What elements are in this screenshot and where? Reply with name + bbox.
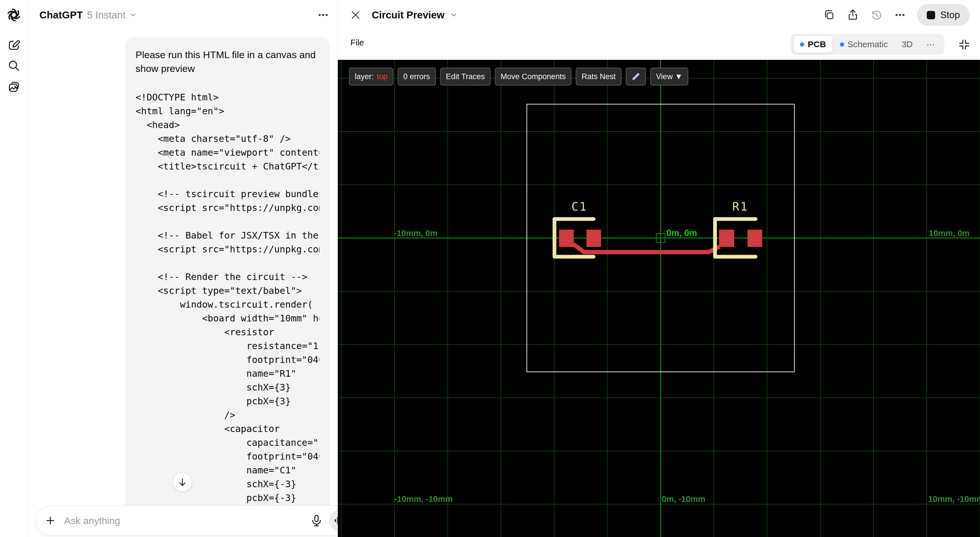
openai-logo-icon[interactable]	[6, 8, 21, 22]
code-line: pcbX={3}	[135, 394, 320, 408]
share-icon[interactable]	[846, 8, 859, 22]
copy-icon[interactable]	[822, 8, 836, 22]
layer-value: top	[377, 73, 388, 81]
tab-pcb[interactable]: PCB	[794, 36, 832, 53]
voice-waveform-icon	[333, 514, 337, 527]
plus-icon[interactable]	[44, 514, 57, 527]
canvas-menubar: File PCBSchematic3D⋯	[338, 30, 980, 60]
file-menu[interactable]: File	[350, 38, 364, 48]
canvas-header: Circuit Preview	[338, 0, 980, 30]
view-tabs: PCBSchematic3D⋯	[791, 34, 944, 55]
model-name: 5 Instant	[87, 9, 126, 21]
tab-schematic[interactable]: Schematic	[834, 36, 894, 53]
message-composer[interactable]: Ask anything	[36, 506, 337, 535]
code-line: <html lang="en">	[135, 104, 320, 118]
r1-pad-1[interactable]	[719, 229, 734, 247]
edit-traces-button[interactable]: Edit Traces	[440, 68, 491, 86]
canvas-header-actions: Stop	[822, 0, 970, 30]
code-line: resistance="1k	[135, 339, 320, 353]
origin-label: 0m, 0m	[667, 228, 697, 238]
close-canvas-icon[interactable]	[348, 8, 363, 22]
tab-⋯[interactable]: ⋯	[920, 36, 942, 53]
app-sidebar	[0, 0, 28, 537]
library-icon[interactable]	[6, 80, 21, 94]
stop-button[interactable]: Stop	[917, 4, 970, 26]
chat-pane: ChatGPT 5 Instant Please run this HTML f…	[28, 0, 337, 537]
code-line: <capacitor	[135, 422, 320, 436]
code-line: capacitance="1	[135, 436, 320, 449]
component-ref-c1[interactable]: C1	[571, 200, 587, 213]
user-message-text: Please run this HTML file in a canvas an…	[135, 48, 320, 75]
rats-nest-button[interactable]: Rats Nest	[576, 68, 622, 86]
code-line: name="R1"	[135, 366, 320, 381]
code-line: <!-- Babel for JSX/TSX in the	[135, 228, 320, 242]
code-line: <script type="text/babel">	[135, 284, 320, 298]
code-line: <!DOCTYPE html>	[135, 90, 320, 104]
chevron-down-icon	[129, 11, 137, 19]
canvas-panel: Circuit Preview	[337, 0, 980, 537]
pcb-viewport[interactable]: 0m, 0m -10mm, 0m10mm, 0m-10mm, -10mm0m, …	[338, 60, 980, 537]
component-ref-r1[interactable]: R1	[732, 200, 748, 213]
view-dropdown-button[interactable]: View ▼	[650, 68, 688, 86]
code-line: <script src="https://unpkg.com	[135, 201, 320, 215]
code-line: <script src="https://unpkg.com	[135, 242, 320, 256]
errors-button[interactable]: 0 errors	[398, 68, 436, 86]
more-options-icon[interactable]	[893, 8, 907, 22]
r1-pad-2[interactable]	[748, 229, 762, 247]
code-line	[135, 173, 320, 187]
pcb-grid	[338, 60, 980, 537]
collapse-icon[interactable]	[957, 37, 971, 52]
history-icon[interactable]	[870, 8, 883, 22]
component-reference-labels: C1R1	[571, 200, 748, 213]
scroll-to-bottom-button[interactable]	[173, 473, 192, 492]
pcb-canvas[interactable]: 0m, 0m -10mm, 0m10mm, 0m-10mm, -10mm0m, …	[338, 60, 980, 537]
coordinate-label: 10mm, 0m	[929, 228, 970, 238]
layer-button[interactable]: layer: top	[349, 68, 393, 86]
code-line: pcbX={-3}	[135, 491, 320, 505]
dictate-button[interactable]	[308, 512, 325, 529]
tab-active-dot	[800, 42, 804, 46]
code-line: />	[135, 408, 320, 422]
move-components-button[interactable]: Move Components	[495, 68, 572, 86]
grid-coordinate-labels: -10mm, 0m10mm, 0m-10mm, -10mm0m, -10mm10…	[394, 228, 980, 504]
arrow-down-icon	[177, 477, 188, 487]
app-title: ChatGPT	[40, 9, 83, 21]
code-line: <!-- Render the circuit -->	[135, 270, 320, 284]
tab-3d[interactable]: 3D	[896, 36, 919, 53]
code-line	[135, 256, 320, 270]
user-message-bubble: Please run this HTML file in a canvas an…	[125, 37, 330, 518]
pcb-toolbar: layer: top 0 errors Edit TracesMove Comp…	[349, 68, 688, 86]
pencil-tool-button[interactable]	[626, 68, 646, 86]
canvas-title-chevron-icon[interactable]	[450, 11, 458, 19]
c1-pad-2[interactable]	[586, 229, 601, 247]
code-line: <meta name="viewport" content=	[135, 146, 320, 159]
chat-header: ChatGPT 5 Instant	[28, 0, 337, 30]
new-chat-icon[interactable]	[6, 37, 21, 53]
coordinate-label: 10mm, -10mm	[928, 494, 980, 504]
chat-options-icon[interactable]	[317, 9, 329, 21]
code-line: <!-- tscircuit preview bundle	[135, 187, 320, 201]
model-picker[interactable]: ChatGPT 5 Instant	[40, 9, 137, 21]
pencil-icon	[632, 72, 640, 81]
code-line: footprint="040	[135, 449, 320, 463]
code-line: <head>	[135, 118, 320, 132]
code-line: window.tscircuit.render(	[135, 298, 320, 311]
composer-input[interactable]: Ask anything	[64, 515, 308, 526]
code-line	[135, 215, 320, 228]
tab-active-dot	[840, 42, 844, 46]
stop-square-icon	[927, 11, 935, 19]
coordinate-label: 0m, -10mm	[662, 494, 705, 504]
user-message-code: <!DOCTYPE html><html lang="en"> <head> <…	[135, 90, 320, 518]
voice-mode-button[interactable]	[329, 510, 337, 531]
code-line: <resistor	[135, 325, 320, 339]
code-line: schX={3}	[135, 381, 320, 394]
coordinate-label: -10mm, -10mm	[394, 494, 453, 504]
microphone-icon	[310, 514, 323, 527]
coordinate-label: -10mm, 0m	[394, 228, 438, 238]
c1-pad-1[interactable]	[559, 229, 574, 247]
code-line: name="C1"	[135, 463, 320, 477]
code-line: schX={-3}	[135, 477, 320, 491]
code-line: footprint="040	[135, 353, 320, 366]
code-line: <title>tscircuit + ChatGPT</ti	[135, 159, 320, 173]
search-icon[interactable]	[6, 58, 21, 73]
